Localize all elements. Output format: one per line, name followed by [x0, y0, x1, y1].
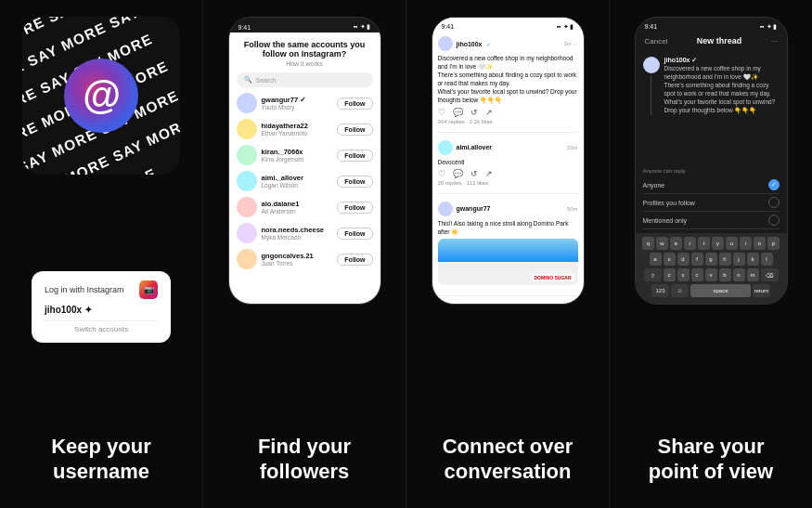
key-delete[interactable]: ⌫ — [761, 268, 779, 281]
key-q[interactable]: q — [642, 237, 654, 250]
key-b[interactable]: b — [719, 268, 731, 281]
key-a[interactable]: a — [650, 253, 662, 266]
key-v[interactable]: v — [705, 268, 717, 281]
post-text: Devocéntl — [438, 158, 578, 166]
follow-button[interactable]: Follow — [337, 254, 372, 266]
post-image: DOMINO SUGAR — [438, 239, 578, 285]
key-space[interactable]: space — [690, 284, 751, 297]
threads-logo: @ — [64, 59, 138, 133]
avatar — [237, 145, 257, 165]
how-it-works-link[interactable]: How it works — [237, 60, 373, 67]
follow-name: nora.needs.cheese — [262, 226, 333, 234]
follow-button[interactable]: Follow — [337, 150, 372, 162]
follow-button[interactable]: Follow — [337, 228, 372, 240]
search-bar[interactable]: 🔍 Search — [237, 72, 373, 87]
key-return[interactable]: return — [753, 284, 770, 297]
key-w[interactable]: w — [656, 237, 668, 250]
follow-button[interactable]: Follow — [337, 98, 372, 110]
audience-mentioned[interactable]: Mentioned only — [643, 212, 780, 229]
follow-info: nora.needs.cheese Myka Mercado — [262, 226, 333, 241]
threads-branding: SAY MORE SAY MORE MORE SAY MORE SAY MORE… — [22, 17, 180, 175]
profiles-radio[interactable] — [768, 197, 780, 208]
instagram-icon: 📷 — [139, 280, 158, 299]
post-username: jiho100x — [457, 41, 483, 47]
like-icon[interactable]: ♡ — [438, 108, 445, 117]
keyboard-row-2: a s d f g h j k l — [638, 253, 784, 266]
follow-button[interactable]: Follow — [337, 202, 372, 214]
share-icon[interactable]: ↗ — [485, 169, 493, 178]
post-time: 33m — [567, 145, 578, 150]
anyone-label: Anyone — [643, 182, 665, 189]
panel2-label: Find yourfollowers — [258, 435, 351, 488]
key-h[interactable]: h — [719, 253, 731, 266]
audience-anyone[interactable]: Anyone ✓ — [643, 176, 780, 194]
comment-icon[interactable]: 💬 — [453, 108, 463, 117]
cancel-button[interactable]: Cancel — [645, 37, 668, 46]
avatar — [237, 249, 257, 269]
follow-item: nora.needs.cheese Myka Mercado Follow — [237, 223, 373, 243]
key-c[interactable]: c — [691, 268, 703, 281]
follow-button[interactable]: Follow — [337, 176, 372, 188]
follow-handle: Ari Andersen — [262, 208, 333, 215]
share-icon[interactable]: ↗ — [485, 108, 493, 117]
follow-info: aimi._allover Logan Wilson — [262, 174, 333, 189]
post-stats: 26 replies · 112 likes — [438, 180, 578, 186]
phone-content-2: Follow the same accounts you follow on I… — [229, 33, 380, 304]
word-item: SAY — [22, 148, 51, 175]
key-y[interactable]: y — [712, 237, 724, 250]
post-time: 50m — [567, 206, 578, 212]
post-text: This!! Also taking a nice stroll along D… — [438, 219, 578, 236]
word-item: ORE — [22, 118, 41, 147]
key-j[interactable]: j — [733, 253, 745, 266]
key-k[interactable]: k — [747, 253, 759, 266]
key-m[interactable]: m — [747, 268, 759, 281]
avatar — [237, 197, 257, 217]
key-d[interactable]: d — [677, 253, 690, 266]
login-box[interactable]: Log in with Instagram 📷 jiho100x ✦ Switc… — [32, 271, 171, 343]
key-f[interactable]: f — [691, 253, 703, 266]
search-placeholder: Search — [256, 77, 277, 84]
verified-badge: ✓ — [486, 41, 491, 47]
like-icon[interactable]: ♡ — [438, 169, 445, 178]
panel4-label: Share yourpoint of view — [649, 435, 773, 488]
phone-status-bar-4: 9:41 ▪▪ ✦ ▮ — [636, 18, 787, 33]
follow-name: kiran._7066x — [262, 148, 333, 156]
follow-button[interactable]: Follow — [337, 124, 372, 136]
key-emoji[interactable]: ☺ — [671, 284, 689, 297]
repost-icon[interactable]: ↺ — [470, 108, 478, 117]
status-signal: ▪▪ ✦ ▮ — [354, 23, 371, 31]
post-username: gwangur77 — [457, 205, 491, 212]
key-n[interactable]: n — [733, 268, 745, 281]
follow-handle: Ethan Yamamoto — [262, 130, 333, 137]
keyboard-row-4: 123 ☺ space return — [638, 284, 784, 297]
repost-icon[interactable]: ↺ — [470, 169, 478, 178]
comment-icon[interactable]: 💬 — [453, 169, 463, 178]
word-item: MORE — [22, 57, 27, 91]
key-123[interactable]: 123 — [651, 284, 669, 297]
key-p[interactable]: p — [767, 237, 780, 250]
mentioned-radio[interactable] — [768, 215, 780, 226]
post-header: aimi.allover 33m — [438, 140, 578, 155]
audience-profiles[interactable]: Profiles you follow — [643, 194, 780, 212]
avatar — [237, 119, 257, 139]
key-u[interactable]: u — [726, 237, 738, 250]
key-t[interactable]: t — [698, 237, 710, 250]
key-g[interactable]: g — [705, 253, 717, 266]
post-time: 3m ··· — [563, 41, 577, 46]
key-o[interactable]: o — [754, 237, 766, 250]
profiles-label: Profiles you follow — [643, 200, 695, 206]
key-shift[interactable]: ⇧ — [644, 268, 662, 281]
key-s[interactable]: s — [664, 253, 676, 266]
key-e[interactable]: e — [670, 237, 682, 250]
post-button[interactable]: ··· — [771, 37, 778, 46]
key-x[interactable]: x — [677, 268, 690, 281]
switch-accounts-link[interactable]: Switch accounts — [45, 320, 158, 333]
key-z[interactable]: z — [664, 268, 676, 281]
anyone-radio[interactable]: ✓ — [768, 179, 780, 190]
key-i[interactable]: i — [740, 237, 752, 250]
follow-handle: Logan Wilson — [262, 182, 333, 189]
key-r[interactable]: r — [684, 237, 696, 250]
key-l[interactable]: l — [761, 253, 773, 266]
mentioned-label: Mentioned only — [643, 217, 687, 224]
follow-handle: Juan Torres — [262, 260, 333, 267]
